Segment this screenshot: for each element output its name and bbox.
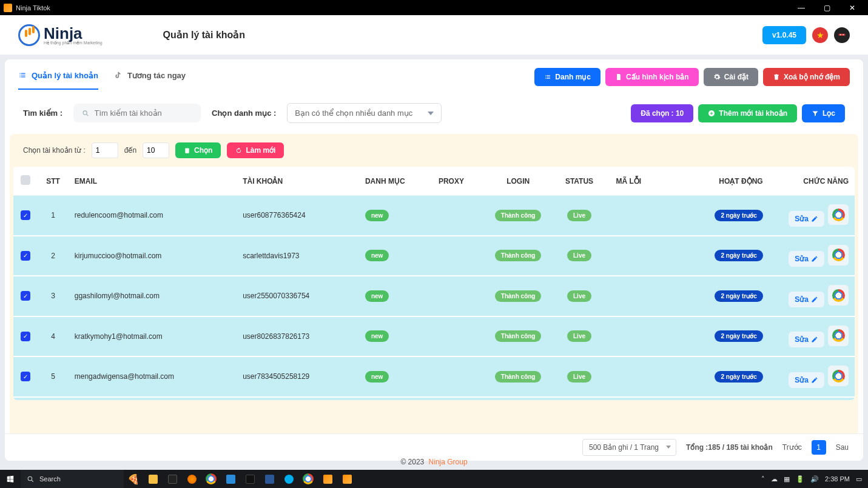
cell-error — [610, 276, 683, 316]
login-badge: Thành công — [495, 330, 542, 342]
taskbar-terminal-1[interactable] — [163, 470, 182, 488]
open-browser-button[interactable] — [828, 366, 849, 386]
search-box[interactable] — [73, 104, 201, 122]
range-label: Chọn tài khoản từ : — [23, 146, 86, 155]
tab-interact[interactable]: Tương tác ngay — [114, 71, 186, 90]
row-checkbox[interactable]: ✓ — [21, 210, 30, 220]
tray-notification-icon[interactable]: ▭ — [856, 475, 862, 483]
taskbar-cmd[interactable] — [240, 470, 260, 488]
taskbar-chrome-2[interactable] — [298, 470, 318, 488]
language-flag-icon[interactable]: ★ — [812, 27, 828, 43]
range-from-input[interactable] — [92, 142, 118, 158]
refresh-button[interactable]: Làm mới — [227, 142, 284, 158]
cell-proxy — [432, 236, 488, 276]
scenario-button[interactable]: Cấu hình kịch bản — [605, 68, 699, 86]
search-input[interactable] — [95, 109, 193, 118]
clear-cache-button[interactable]: Xoá bộ nhớ đệm — [763, 68, 850, 86]
edit-button[interactable]: Sửa — [789, 211, 824, 227]
version-button[interactable]: v1.0.45 — [762, 26, 806, 44]
cell-stt: 3 — [38, 276, 68, 316]
category-select[interactable]: Bạn có thể chọn nhiều danh mục — [287, 103, 442, 123]
taskbar-word[interactable] — [260, 470, 279, 488]
col-account: TÀI KHOẢN — [237, 167, 359, 196]
cell-email: kirjumuccioo@hotmail.com — [69, 236, 237, 276]
table-row[interactable]: ✓1redulencoom@hotmail.comuser60877636542… — [13, 196, 855, 236]
maximize-button[interactable]: ▢ — [815, 2, 839, 14]
selected-count-button[interactable]: Đã chọn : 10 — [631, 104, 693, 122]
open-browser-button[interactable] — [828, 326, 849, 346]
close-button[interactable]: ✕ — [840, 2, 864, 14]
logo-mark-icon — [18, 24, 40, 46]
category-badge: new — [365, 210, 389, 221]
app-icon — [4, 4, 12, 12]
settings-button[interactable]: Cài đặt — [704, 68, 758, 86]
category-button[interactable]: Danh mục — [534, 68, 601, 86]
col-error: MÃ LỖI — [610, 167, 683, 196]
table-row[interactable]: ✓3ggashilomyl@hotmail.comuser25500703367… — [13, 276, 855, 316]
accounts-table: STT EMAIL TÀI KHOẢN DANH MỤC PROXY LOGIN… — [13, 167, 855, 400]
footer-brand: Ninja Group — [429, 458, 468, 466]
add-account-button[interactable]: Thêm mới tài khoản — [698, 104, 797, 122]
taskbar-ninja-2[interactable] — [337, 470, 357, 488]
edit-button[interactable]: Sửa — [789, 332, 824, 347]
col-proxy: PROXY — [432, 167, 488, 196]
per-page-select[interactable]: 500 Bản ghi / 1 Trang — [582, 439, 676, 456]
tray-cloud-icon[interactable]: ☁ — [771, 475, 778, 483]
tab-manage-accounts[interactable]: Quản lý tài khoản — [18, 71, 98, 90]
system-tray[interactable]: ˄ ☁ ▦ 🔋 🔊 2:38 PM ▭ — [755, 475, 868, 483]
minimize-button[interactable]: — — [789, 2, 813, 14]
edit-button[interactable]: Sửa — [789, 372, 824, 388]
table-row[interactable]: ✓4kratkymohy1@hotmail.comuser80268378261… — [13, 316, 855, 357]
tray-chevron-icon[interactable]: ˄ — [761, 475, 765, 483]
current-page[interactable]: 1 — [812, 440, 826, 455]
tab-interact-label: Tương tác ngay — [127, 71, 186, 80]
taskbar-chrome[interactable] — [201, 470, 221, 488]
cell-account: scarlettdavis1973 — [237, 236, 359, 276]
open-browser-button[interactable] — [828, 285, 849, 306]
next-page-button[interactable]: Sau — [836, 443, 849, 452]
taskbar-search[interactable]: Search — [21, 470, 124, 488]
edit-button[interactable]: Sửa — [789, 251, 824, 267]
list-icon — [18, 71, 27, 79]
chrome-icon — [832, 329, 845, 342]
avatar[interactable] — [834, 27, 850, 43]
taskbar-vscode[interactable] — [221, 470, 240, 488]
table-row[interactable]: ✓6jentinayaaba@hotmail.complumleejoleen3… — [13, 397, 855, 401]
row-checkbox[interactable]: ✓ — [21, 372, 30, 381]
logo-subtitle: Hệ thống phần mềm Marketing — [44, 41, 103, 45]
taskbar-explorer[interactable] — [143, 470, 163, 488]
taskbar-app-1[interactable]: 🍕 — [124, 470, 143, 488]
taskbar-firefox[interactable] — [182, 470, 201, 488]
row-checkbox[interactable]: ✓ — [21, 332, 30, 341]
prev-page-button[interactable]: Trước — [782, 443, 802, 452]
cell-error — [610, 356, 683, 397]
edit-button[interactable]: Sửa — [789, 292, 824, 307]
cell-error — [610, 397, 683, 401]
tray-sound-icon[interactable]: 🔊 — [810, 475, 819, 483]
choose-button[interactable]: Chọn — [175, 142, 221, 158]
table-row[interactable]: ✓5mengadwigensa@hotmail.comuser783450525… — [13, 356, 855, 397]
cell-proxy — [432, 316, 488, 357]
range-to-input[interactable] — [143, 142, 169, 158]
table-row[interactable]: ✓2kirjumuccioo@hotmail.comscarlettdavis1… — [13, 236, 855, 276]
open-browser-button[interactable] — [828, 245, 849, 266]
filter-button[interactable]: Lọc — [802, 104, 845, 122]
cell-proxy — [432, 276, 488, 316]
row-checkbox[interactable]: ✓ — [21, 291, 30, 301]
chrome-icon — [832, 370, 845, 383]
status-badge: Live — [567, 290, 591, 302]
taskbar-skype[interactable] — [279, 470, 298, 488]
start-button[interactable] — [0, 470, 21, 488]
search-icon — [82, 109, 89, 118]
open-browser-button[interactable] — [828, 204, 849, 225]
table-scroll[interactable]: STT EMAIL TÀI KHOẢN DANH MỤC PROXY LOGIN… — [13, 167, 855, 400]
tray-time[interactable]: 2:38 PM — [825, 475, 850, 483]
row-checkbox[interactable]: ✓ — [21, 251, 30, 261]
taskbar-ninja-1[interactable] — [318, 470, 337, 488]
select-all-checkbox[interactable] — [21, 175, 30, 185]
cell-account: plumleejoleen3h3 — [237, 397, 359, 401]
list-bullet-icon — [544, 73, 551, 81]
tray-battery-icon[interactable]: 🔋 — [796, 475, 804, 483]
clear-cache-label: Xoá bộ nhớ đệm — [784, 73, 840, 81]
tray-app-icon[interactable]: ▦ — [784, 475, 790, 483]
